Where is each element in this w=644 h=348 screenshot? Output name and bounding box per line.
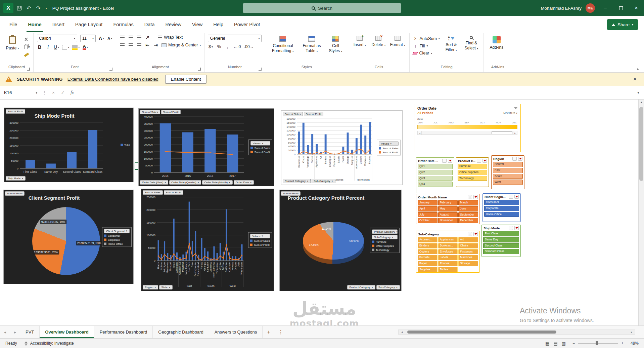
align-bottom-button[interactable] <box>136 36 142 39</box>
search-input[interactable]: Search <box>243 3 401 13</box>
slicer-item[interactable]: Central <box>493 162 523 167</box>
slicer-item[interactable]: Paper <box>418 261 438 266</box>
slicer-item[interactable]: West <box>493 180 523 185</box>
increase-decimal-button[interactable]: ←.0 <box>233 44 241 49</box>
chart-subcategory-sales-profit[interactable]: Sum of SalesSum of Profit020000400006000… <box>281 110 403 185</box>
bold-button[interactable]: B <box>37 44 42 50</box>
slicer-item[interactable]: East <box>493 168 523 173</box>
slicer-item[interactable]: March <box>458 200 478 205</box>
field-button[interactable]: Sub-Category▼ <box>376 285 400 289</box>
timeline-scrollbar[interactable]: ◂ ▸ <box>417 131 517 135</box>
slicer-item[interactable]: Corporate <box>484 206 519 211</box>
underline-button[interactable]: U▾ <box>54 44 59 50</box>
scrollbar-thumb[interactable] <box>639 107 643 181</box>
slicer-item[interactable]: Bookcas... <box>438 243 458 248</box>
percent-style-button[interactable]: % <box>216 44 222 49</box>
chart-ship-mode-profit[interactable]: Sum of ProfitShip Mode Profit05000010000… <box>4 108 134 182</box>
save-icon[interactable] <box>17 6 21 10</box>
field-button[interactable]: Sum of Sales <box>143 190 163 195</box>
slicer-item[interactable]: Labels <box>438 255 458 260</box>
chart-client-segment-profit[interactable]: Sum of ProfitClient Segment Profit257065… <box>3 190 134 284</box>
italic-button[interactable]: I <box>45 44 51 50</box>
slicer-item[interactable]: Office Supplies <box>458 170 487 175</box>
slicer-region[interactable]: Region CentralEastSouthWest <box>491 155 524 189</box>
multiselect-icon[interactable] <box>468 195 472 199</box>
multiselect-icon[interactable] <box>477 159 481 163</box>
dialog-launcher-icon[interactable] <box>259 68 262 71</box>
formula-input[interactable] <box>77 86 633 99</box>
clear-filter-icon[interactable] <box>518 157 522 161</box>
fill-button[interactable]: ↓Fill▾ <box>413 43 440 48</box>
share-button[interactable]: Share ▾ <box>607 19 638 30</box>
chevron-down-icon[interactable]: ▾ <box>36 91 37 94</box>
clear-filter-icon[interactable] <box>482 159 487 163</box>
redo-icon[interactable]: ↷ <box>36 5 40 11</box>
slicer-item[interactable]: Chairs <box>458 243 478 248</box>
slicer-item[interactable]: November <box>438 218 458 223</box>
worksheet[interactable]: Sum of ProfitShip Mode Profit05000010000… <box>0 100 638 325</box>
customize-toolbar-icon[interactable]: ▾ <box>46 7 47 10</box>
close-warning-icon[interactable]: × <box>633 76 637 83</box>
slicer-item[interactable]: October <box>418 218 438 223</box>
prev-sheet-icon[interactable]: ◂ <box>0 330 10 335</box>
comma-style-button[interactable]: , <box>225 44 230 49</box>
slicer-item[interactable]: September <box>458 212 478 218</box>
slicer-item[interactable]: Copiers <box>418 249 438 255</box>
slicer-item[interactable]: July <box>418 212 438 218</box>
slicer-item[interactable]: February <box>438 200 458 205</box>
ribbon-tab-power-pivot[interactable]: Power Pivot <box>229 16 265 33</box>
slicer-item[interactable]: Furniture <box>458 164 487 169</box>
slicer-item[interactable]: Machines <box>458 255 478 260</box>
field-button[interactable]: Sum of Profit <box>304 112 323 116</box>
undo-icon[interactable]: ↶ <box>27 5 31 11</box>
enable-content-button[interactable]: Enable Content <box>165 75 207 84</box>
close-button[interactable]: × <box>629 0 644 16</box>
normal-view-icon[interactable]: ▦ <box>545 341 549 346</box>
slicer-item[interactable]: Same Day <box>483 237 519 242</box>
cell-styles-button[interactable]: Cell Styles ▾ <box>326 35 344 53</box>
increase-indent-button[interactable]: ⇥ <box>153 42 158 48</box>
slicer-order-date-quarter[interactable]: Order Date ... Qtr1Qtr2Qtr3Qtr4 <box>416 157 454 193</box>
vertical-scrollbar[interactable]: ▴ <box>638 100 644 325</box>
slicer-item[interactable]: Standard Class <box>483 249 519 254</box>
ribbon-tab-review[interactable]: Review <box>160 16 187 33</box>
slicer-item[interactable]: Art <box>458 237 478 242</box>
timeline-level-select[interactable]: MONTHS▾ <box>503 112 517 115</box>
field-button[interactable]: Sum of Profit <box>6 109 25 114</box>
security-warning-message[interactable]: External Data Connections have been disa… <box>67 77 158 82</box>
field-button[interactable]: Sum of Profit <box>281 191 301 196</box>
field-button[interactable]: State▼ <box>159 285 173 289</box>
excel-logo-icon[interactable]: X <box>3 3 13 13</box>
multiselect-icon[interactable] <box>509 226 513 230</box>
slicer-item[interactable]: June <box>458 206 478 211</box>
slicer-item[interactable]: January <box>418 200 438 205</box>
cut-button[interactable] <box>24 37 30 42</box>
slicer-item[interactable]: South <box>493 174 523 179</box>
clear-filter-icon[interactable] <box>473 195 478 199</box>
format-painter-button[interactable] <box>24 52 30 57</box>
slicer-ship-mode[interactable]: Ship Mode First ClassSame DaySecond Clas… <box>481 225 521 257</box>
slicer-sub-category[interactable]: Sub-Category Accesso...AppliancesArtBind… <box>416 231 480 273</box>
font-color-button[interactable]: A▾ <box>83 44 88 50</box>
ribbon-tab-page-layout[interactable]: Page Layout <box>70 16 108 33</box>
slicer-item[interactable]: First Class <box>483 231 519 236</box>
field-button[interactable]: Client Segment▼ <box>104 229 130 233</box>
timeline-selection-bar[interactable] <box>417 125 517 129</box>
slicer-item[interactable]: Furnishi... <box>418 255 438 260</box>
align-middle-button[interactable] <box>128 36 133 39</box>
clear-filter-icon[interactable] <box>514 226 519 230</box>
clear-filter-icon[interactable] <box>448 159 452 163</box>
align-right-button[interactable] <box>136 43 142 47</box>
field-button[interactable]: Sum of Profit <box>164 190 183 195</box>
field-button[interactable]: Product Category▼ <box>283 179 311 183</box>
field-button[interactable]: Sum of Profit <box>161 110 181 114</box>
timeline-order-date[interactable]: Order Date All Periods MONTHS▾ 2017 JUNJ… <box>414 104 521 152</box>
field-button[interactable]: Sub-Category▼ <box>312 179 335 183</box>
borders-button[interactable]: ▾ <box>62 45 69 49</box>
field-button[interactable]: Order Date (Quarter)▼ <box>169 180 201 185</box>
field-button[interactable]: Region▼ <box>143 285 158 289</box>
insert-cells-button[interactable]: Insert ▾ <box>352 35 368 47</box>
scrollbar-thumb[interactable] <box>407 331 556 334</box>
scroll-left-icon[interactable]: ◂ <box>399 330 405 334</box>
chart-sales-profit-by-year[interactable]: Sum of SalesSum of Profit050000100000150… <box>138 108 274 186</box>
